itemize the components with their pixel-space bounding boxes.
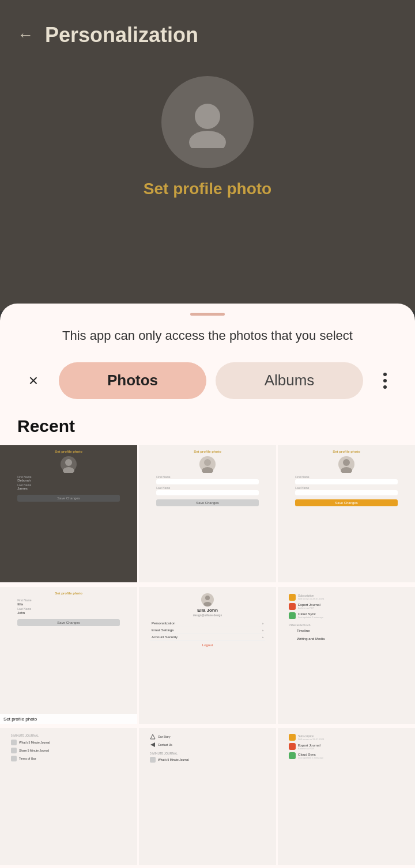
dot-2 (383, 379, 387, 382)
photo-grid: Set profile photo First Name Deborah Las… (0, 445, 415, 868)
dot-3 (383, 385, 387, 389)
back-arrow-icon[interactable]: ← (17, 26, 33, 44)
svg-point-13 (203, 602, 212, 607)
cell-label: Set profile photo (0, 714, 137, 724)
svg-point-1 (189, 131, 226, 148)
photo-cell-8[interactable]: Our Story Contact Us 5 MINUTE JOURNAL Wh… (139, 728, 276, 865)
close-button[interactable]: × (17, 365, 50, 397)
tab-row: × Photos Albums (0, 362, 415, 399)
page-title: Personalization (45, 23, 198, 47)
photo-cell-3[interactable]: Set profile photo First Name Last Name S… (278, 445, 415, 582)
bottom-sheet: This app can only access the photos that… (0, 304, 415, 868)
svg-point-6 (204, 459, 211, 466)
permission-text: This app can only access the photos that… (0, 327, 415, 345)
more-options-button[interactable] (372, 365, 398, 397)
svg-marker-14 (150, 734, 155, 739)
photo-cell-2[interactable]: Set profile photo First Name Last Name S… (139, 445, 276, 582)
person-icon (182, 96, 233, 148)
photo-cell-1[interactable]: Set profile photo First Name Deborah Las… (0, 445, 137, 582)
avatar[interactable] (161, 76, 254, 168)
recent-label: Recent (0, 416, 415, 436)
photo-cell-9[interactable]: Subscription Will renew on 28.07.2024 Ex… (278, 728, 415, 865)
svg-point-12 (205, 596, 210, 600)
dot-1 (383, 373, 387, 376)
svg-point-3 (65, 459, 72, 466)
photo-cell-7[interactable]: 5 MINUTE JOURNAL What's 5 Minute Journal… (0, 728, 137, 865)
set-photo-button[interactable]: Set profile photo (144, 180, 271, 198)
svg-point-9 (343, 459, 350, 466)
tab-albums[interactable]: Albums (216, 362, 363, 399)
drag-handle (190, 313, 225, 316)
svg-point-0 (195, 104, 220, 129)
background-page: ← Personalization Set profile photo (0, 0, 415, 311)
svg-marker-15 (150, 742, 155, 747)
photo-cell-6[interactable]: Subscription Will renew on 28.07.2024 Ex… (278, 587, 415, 724)
tab-photos[interactable]: Photos (59, 362, 206, 399)
photo-cell-4[interactable]: Set profile photo First Name Ella Last N… (0, 587, 137, 724)
photo-cell-5[interactable]: Ella John design@uillane.design Personal… (139, 587, 276, 724)
header: ← Personalization (0, 23, 415, 47)
